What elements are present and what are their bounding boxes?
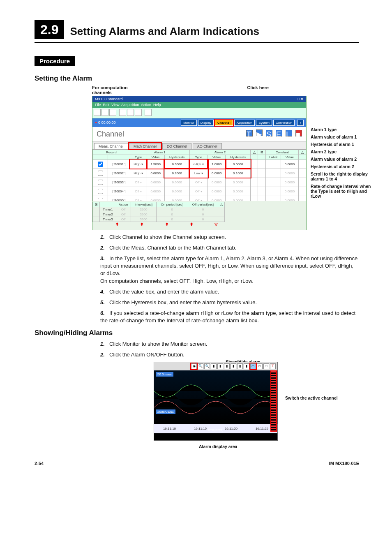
row-check[interactable] — [98, 171, 103, 176]
i-icon[interactable]: I — [286, 130, 292, 136]
elapsed: 0 00:00:00 — [98, 120, 116, 125]
calc-over-checkbox[interactable] — [97, 230, 102, 230]
timer-row[interactable]: Timer3Off360000 — [93, 217, 225, 222]
active-channel-icon[interactable]: ▭ — [250, 363, 256, 369]
label-alarm-area: Alarm display area — [199, 444, 237, 449]
tool-icon[interactable]: ▮ — [231, 363, 236, 369]
timer-row[interactable]: Timer1Off360000 — [93, 207, 225, 212]
step: 2.Click the Meas. Channel tab or the Mat… — [100, 244, 359, 252]
arrow-icon[interactable]: ▶ — [256, 130, 263, 136]
timer-row[interactable]: Timer2Off360000 — [93, 212, 225, 217]
zoom-in-icon[interactable]: 🔍 — [198, 363, 203, 369]
hint-computation: For computation channels — [92, 85, 133, 95]
row-check[interactable] — [98, 198, 103, 201]
timer-grid[interactable]: ⊠ActionInterval[sec]On-period [sec]Off-p… — [92, 202, 225, 222]
channel-tabs[interactable]: Meas. Channel Math Channel DO Channel AO… — [92, 142, 306, 150]
nav-connection[interactable]: Connection — [273, 120, 295, 126]
window-title: MX100 Standard — [95, 97, 123, 101]
section-heading: 2.9Setting Alarms and Alarm Indications — [35, 22, 359, 43]
window-controls[interactable]: _ □ ✕ — [294, 97, 304, 101]
toolbar[interactable] — [92, 108, 306, 118]
tool-icon[interactable]: 工 — [270, 363, 276, 369]
tool-icon[interactable]: ▮ — [211, 363, 217, 369]
tab-math[interactable]: Math Channel — [129, 143, 161, 149]
label-switch-channel: Switch the active channel — [285, 395, 338, 400]
save-icon — [109, 109, 116, 116]
open-icon — [101, 109, 108, 116]
paste-icon — [127, 109, 134, 116]
alarm-display-area — [271, 371, 276, 431]
step: 3.In the Type list, select the alarm typ… — [100, 255, 359, 285]
menubar[interactable]: File Edit View Acquisition Action Help — [92, 102, 306, 108]
tab-do[interactable]: DO Channel — [162, 143, 192, 149]
step: 1.Click Monitor to show the Monitor scre… — [100, 340, 359, 348]
steps-1: 1.Click Channel to show the Channel setu… — [100, 234, 359, 325]
row-check[interactable] — [98, 189, 103, 194]
nav-prev-icon[interactable]: ↑ — [297, 120, 304, 126]
tool-icon[interactable]: ▮ — [217, 363, 223, 369]
tool-icon[interactable]: ▮ — [224, 363, 230, 369]
alarm-grid[interactable]: Record Alarm 1 Alarm 2 △⊠ Constant△ Type… — [92, 150, 306, 201]
showing-heading: Showing/Hiding Alarms — [35, 329, 359, 337]
table-row[interactable]: [ S0004 ]Off ▾0.00000.0000Off ▾0.00000.0… — [93, 187, 306, 196]
nav-acquisition[interactable]: Acquisition — [234, 120, 255, 126]
e-icon[interactable]: E — [276, 130, 282, 136]
zoom-out-icon[interactable]: 🔍 — [204, 363, 210, 369]
step: 2.Click the Alarm ON/OFF button. — [100, 351, 359, 358]
help-icon — [145, 109, 152, 116]
tool-icon[interactable]: ▭ — [257, 363, 263, 369]
step: 4.Click the value box, and enter the ala… — [100, 288, 359, 296]
screen-title: Channel T ▶ S E I ■ — [92, 127, 306, 142]
table-row[interactable]: [ S0001 ]High ▾1.50000.3000rHigh ▾1.0000… — [93, 160, 306, 169]
tool-icon[interactable]: ▮ — [237, 363, 243, 369]
setting-alarm-heading: Setting the Alarm — [35, 74, 359, 83]
step: 1.Click Channel to show the Channel setu… — [100, 234, 359, 241]
nav-display[interactable]: Display — [198, 120, 214, 126]
t-icon[interactable]: T — [246, 130, 253, 136]
window-titlebar: MX100 Standard _ □ ✕ — [92, 96, 306, 102]
tool-icon[interactable]: ▮ — [244, 363, 249, 369]
step: 5.Click the Hysteresis box, and enter th… — [100, 299, 359, 306]
hint-click-here: Click here — [247, 85, 269, 95]
section-title: Setting Alarms and Alarm Indications — [70, 25, 259, 37]
page-number: 2-54 — [35, 461, 44, 466]
steps-2: 1.Click Monitor to show the Monitor scre… — [100, 340, 359, 358]
axis-label: Time [h:m:s] — [208, 428, 223, 431]
table-row[interactable]: [ S0003 ]Off ▾0.00000.0000Off ▾0.00000.0… — [93, 178, 306, 187]
table-row[interactable]: [ S0005 ]Off ▾0.00000.0000Off ▾0.00000.0… — [93, 196, 306, 201]
tab-ao[interactable]: AO Channel — [193, 143, 222, 149]
nav-system[interactable]: System — [256, 120, 272, 126]
row-check[interactable] — [98, 162, 103, 167]
step: 6.If you selected a rate-of-change alarm… — [100, 310, 359, 324]
find-icon — [135, 109, 142, 116]
status-strip: ● 0 00:00:00 MonitorDisplayChannelAcquis… — [92, 118, 306, 127]
nav-channel[interactable]: Channel — [215, 120, 233, 126]
date-label: 2008/01/01 — [156, 409, 175, 414]
monitor-screenshot: ◉ 🔍 🔍 ▮ ▮ ▮ ▮ ▮ ▮ ▭ ▭ □ 工 50.0msec — [154, 362, 278, 441]
monitor-toolbar[interactable]: ◉ 🔍 🔍 ▮ ▮ ▮ ▮ ▮ ▮ ▭ ▭ □ 工 — [154, 362, 277, 370]
x-icon[interactable]: ■ — [295, 130, 302, 136]
section-number: 2.9 — [35, 20, 64, 39]
doc-id: IM MX180-01E — [329, 461, 359, 466]
callouts: Alarm 1 type Alarm value of alarm 1 Hyst… — [311, 100, 376, 201]
procedure-label: Procedure — [35, 56, 75, 66]
alarm-onoff-icon[interactable]: ◉ — [191, 363, 197, 369]
channel-screenshot: MX100 Standard _ □ ✕ File Edit View Acqu… — [92, 96, 307, 230]
tab-meas[interactable]: Meas. Channel — [94, 143, 128, 149]
new-icon — [94, 109, 101, 116]
s-icon[interactable]: S — [266, 130, 272, 136]
table-row[interactable]: [ S0002 ]High ▾0.00000.2000Low ▾0.00000.… — [93, 169, 306, 178]
copy-icon — [119, 109, 126, 116]
nav-monitor[interactable]: Monitor — [181, 120, 197, 126]
tool-icon[interactable]: □ — [263, 363, 269, 369]
row-check[interactable] — [98, 180, 103, 185]
waveform-area: 50.0msec 2008/01/01 — [154, 370, 277, 424]
